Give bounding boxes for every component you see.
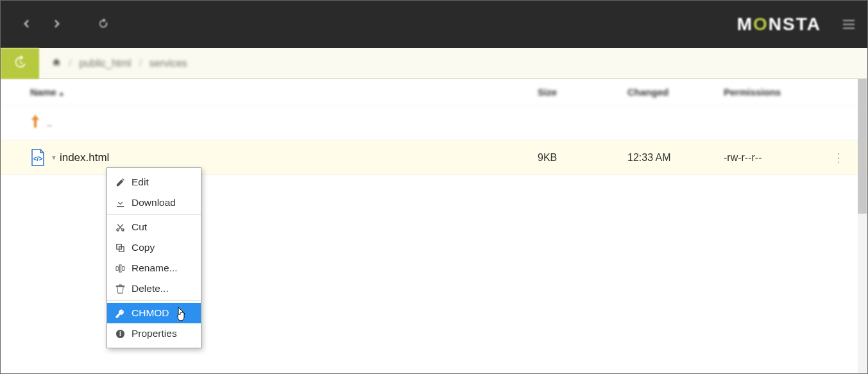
svg-text:i: i — [119, 330, 121, 337]
info-icon: i — [115, 329, 125, 339]
parent-directory-row[interactable]: .. — [1, 106, 867, 140]
pointer-cursor-icon — [174, 307, 187, 324]
breadcrumb-bar: / public_html / services — [1, 48, 867, 79]
edit-icon — [115, 178, 125, 187]
context-menu-rename[interactable]: Rename... — [107, 258, 201, 278]
column-header-changed[interactable]: Changed — [627, 87, 724, 98]
svg-text:</>: </> — [33, 155, 43, 162]
context-menu-label: Download — [132, 197, 176, 208]
file-changed: 12:33 AM — [627, 152, 724, 164]
file-name: index.html — [60, 151, 109, 164]
refresh-icon — [98, 18, 109, 31]
chevron-right-icon — [51, 18, 63, 31]
breadcrumb-separator: / — [69, 58, 71, 69]
rename-icon — [115, 264, 125, 273]
up-arrow-icon — [30, 115, 40, 131]
refresh-button[interactable] — [88, 9, 119, 40]
main-menu-button[interactable] — [843, 17, 855, 31]
file-size: 9KB — [538, 152, 627, 164]
back-button[interactable] — [11, 9, 42, 40]
download-icon — [115, 198, 125, 208]
forward-button[interactable] — [42, 9, 72, 40]
context-menu-label: Cut — [132, 221, 147, 233]
context-menu-label: Delete... — [132, 283, 169, 294]
breadcrumb-segment[interactable]: services — [149, 58, 187, 69]
context-menu-label: Copy — [132, 242, 155, 253]
cut-icon — [115, 223, 125, 232]
breadcrumb-separator: / — [139, 58, 141, 69]
copy-icon — [115, 243, 125, 253]
scrollbar-thumb[interactable] — [858, 79, 867, 214]
column-header-name[interactable]: Name▲ — [16, 87, 538, 98]
history-icon — [13, 55, 27, 71]
row-menu-button[interactable]: ⋮ — [833, 151, 844, 164]
hamburger-icon — [843, 20, 855, 29]
history-button[interactable] — [1, 48, 39, 79]
context-menu-delete[interactable]: Delete... — [107, 278, 201, 301]
parent-directory-label: .. — [47, 118, 52, 128]
column-header-permissions[interactable]: Permissions — [724, 87, 833, 98]
context-menu-label: Properties — [132, 328, 177, 339]
context-menu-cut[interactable]: Cut — [107, 217, 201, 237]
context-menu-properties[interactable]: i Properties — [107, 323, 201, 344]
breadcrumb-home[interactable] — [52, 58, 61, 69]
context-menu-label: Rename... — [132, 262, 178, 274]
top-toolbar: MONSTA — [1, 1, 867, 48]
trash-icon — [115, 284, 125, 294]
context-menu-download[interactable]: Download — [107, 192, 201, 215]
context-menu-edit[interactable]: Edit — [107, 172, 201, 192]
html-file-icon: </> — [30, 149, 46, 167]
caret-down-icon[interactable]: ▼ — [51, 154, 57, 161]
sort-asc-icon: ▲ — [58, 90, 65, 97]
key-icon — [115, 309, 125, 318]
context-menu-copy[interactable]: Copy — [107, 237, 201, 258]
column-header-size[interactable]: Size — [538, 87, 627, 98]
breadcrumb-segment[interactable]: public_html — [79, 58, 131, 69]
app-logo: MONSTA — [737, 14, 821, 35]
vertical-scrollbar[interactable] — [858, 79, 867, 373]
breadcrumb: / public_html / services — [39, 58, 187, 69]
file-permissions: -rw-r--r-- — [724, 152, 833, 164]
context-menu-label: CHMOD — [132, 307, 169, 319]
context-menu-label: Edit — [132, 176, 149, 188]
column-headers: Name▲ Size Changed Permissions — [1, 79, 867, 106]
chevron-left-icon — [21, 18, 32, 31]
